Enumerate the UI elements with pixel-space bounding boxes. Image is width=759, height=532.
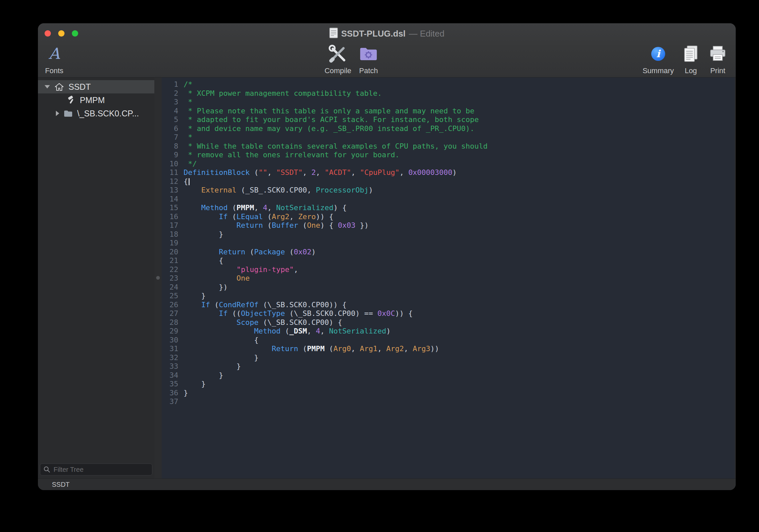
code-line: 25 } — [162, 292, 735, 301]
code-line: 18 } — [162, 230, 735, 239]
line-number: 19 — [162, 239, 178, 248]
acpi-tree: SSDT PMPM — [38, 77, 154, 464]
code-line: 15 Method (PMPM, 4, NotSerialized) { — [162, 203, 735, 212]
code-lines: 1/*2 * XCPM power management compatibili… — [162, 80, 735, 406]
line-number: 10 — [162, 160, 178, 169]
line-number: 14 — [162, 195, 178, 204]
code-line: 35 } — [162, 380, 735, 389]
line-number: 3 — [162, 98, 178, 107]
line-number: 30 — [162, 336, 178, 345]
compile-button[interactable]: Compile — [325, 42, 352, 76]
log-button[interactable]: Log — [683, 42, 699, 76]
compile-tools-icon — [328, 42, 348, 66]
code-line: 33 } — [162, 362, 735, 371]
line-number: 27 — [162, 309, 178, 318]
code-line: 36} — [162, 389, 735, 398]
code-line: 1/* — [162, 80, 735, 89]
disclosure-down-icon[interactable] — [45, 85, 50, 88]
line-number: 9 — [162, 151, 178, 160]
line-number: 4 — [162, 107, 178, 116]
line-number: 29 — [162, 327, 178, 336]
folder-icon — [64, 110, 73, 117]
code-line: 17 Return (Buffer (One) { 0x03 }) — [162, 221, 735, 230]
code-line: 6 * and device name may vary (e.g. _SB_.… — [162, 124, 735, 133]
line-number: 16 — [162, 212, 178, 221]
line-number: 25 — [162, 292, 178, 301]
code-line: 20 Return (Package (0x02) — [162, 248, 735, 257]
summary-info-icon: i — [651, 42, 666, 66]
house-icon — [54, 82, 64, 91]
line-number: 11 — [162, 168, 178, 177]
tree-item-sb-sck0[interactable]: \_SB.SCK0.CP... — [38, 107, 154, 120]
code-editor[interactable]: 1/*2 * XCPM power management compatibili… — [162, 77, 735, 478]
status-text: SSDT — [38, 481, 70, 488]
summary-button[interactable]: i Summary — [643, 42, 674, 76]
line-number: 22 — [162, 265, 178, 274]
statusbar: SSDT — [38, 478, 736, 490]
code-line: 11DefinitionBlock ("", "SSDT", 2, "ACDT"… — [162, 168, 735, 177]
code-line: 31 Return (PMPM (Arg0, Arg1, Arg2, Arg3)… — [162, 344, 735, 353]
line-number: 36 — [162, 389, 178, 398]
code-line: 2 * XCPM power management compatibility … — [162, 89, 735, 98]
code-line: 29 Method (_DSM, 4, NotSerialized) — [162, 327, 735, 336]
code-line: 21 { — [162, 256, 735, 265]
code-line: 23 One — [162, 274, 735, 283]
line-number: 6 — [162, 124, 178, 133]
filter-field — [40, 464, 152, 475]
code-line: 24 }) — [162, 283, 735, 292]
window-chrome: SSDT-PLUG.dsl — Edited A Fonts — [38, 23, 736, 77]
fonts-button[interactable]: A Fonts — [45, 42, 63, 76]
print-icon — [709, 42, 726, 66]
code-line: 27 If ((ObjectType (\_SB.SCK0.CP00) == 0… — [162, 309, 735, 318]
maciasl-window: SSDT-PLUG.dsl — Edited A Fonts — [38, 23, 736, 490]
line-number: 5 — [162, 115, 178, 124]
code-line: 8 * While the table contains several exa… — [162, 142, 735, 151]
code-line: 4 * Please note that this table is only … — [162, 107, 735, 116]
print-button[interactable]: Print — [709, 42, 726, 76]
code-line: 19 — [162, 239, 735, 248]
summary-label: Summary — [643, 66, 674, 75]
code-line: 7 * — [162, 133, 735, 142]
method-icon — [67, 96, 76, 104]
line-number: 8 — [162, 142, 178, 151]
compile-label: Compile — [325, 66, 352, 75]
code-line: 28 Scope (\_SB.SCK0.CP00) { — [162, 318, 735, 327]
line-number: 28 — [162, 318, 178, 327]
code-line: 34 } — [162, 371, 735, 380]
code-line: 22 "plugin-type", — [162, 265, 735, 274]
code-line: 3 * — [162, 98, 735, 107]
tree-item-label: PMPM — [80, 95, 105, 105]
tree-item-label: SSDT — [69, 82, 91, 92]
text-cursor — [189, 178, 190, 185]
line-number: 35 — [162, 380, 178, 389]
code-line: 5 * adapted to fit your board's ACPI sta… — [162, 115, 735, 124]
line-number: 21 — [162, 256, 178, 265]
disclosure-right-icon[interactable] — [56, 111, 59, 116]
tree-item-pmpm[interactable]: PMPM — [38, 93, 154, 107]
window-title-edited: — Edited — [409, 29, 444, 39]
toolbar: A Fonts — [38, 42, 736, 77]
code-line: 30 { — [162, 336, 735, 345]
line-number: 37 — [162, 397, 178, 406]
filter-tree-input[interactable] — [53, 466, 149, 474]
title-area: SSDT-PLUG.dsl — Edited — [38, 23, 736, 44]
line-number: 7 — [162, 133, 178, 142]
fonts-icon: A — [49, 42, 60, 66]
window-title: SSDT-PLUG.dsl — [341, 29, 406, 39]
titlebar[interactable]: SSDT-PLUG.dsl — Edited — [38, 23, 736, 44]
split-handle[interactable] — [156, 276, 160, 280]
patch-folder-gear-icon — [359, 42, 378, 66]
desktop: SSDT-PLUG.dsl — Edited A Fonts — [0, 0, 759, 532]
print-label: Print — [710, 66, 725, 75]
search-icon — [43, 466, 51, 473]
code-line: 9 * remove all the ones irrelevant for y… — [162, 151, 735, 160]
patch-button[interactable]: Patch — [359, 42, 378, 76]
code-line: 16 If (LEqual (Arg2, Zero)) { — [162, 212, 735, 221]
tree-item-ssdt[interactable]: SSDT — [38, 80, 154, 93]
line-number: 1 — [162, 80, 178, 89]
line-number: 34 — [162, 371, 178, 380]
line-number: 17 — [162, 221, 178, 230]
tree-item-label: \_SB.SCK0.CP... — [77, 109, 139, 118]
code-line: 10 */ — [162, 160, 735, 169]
line-number: 18 — [162, 230, 178, 239]
